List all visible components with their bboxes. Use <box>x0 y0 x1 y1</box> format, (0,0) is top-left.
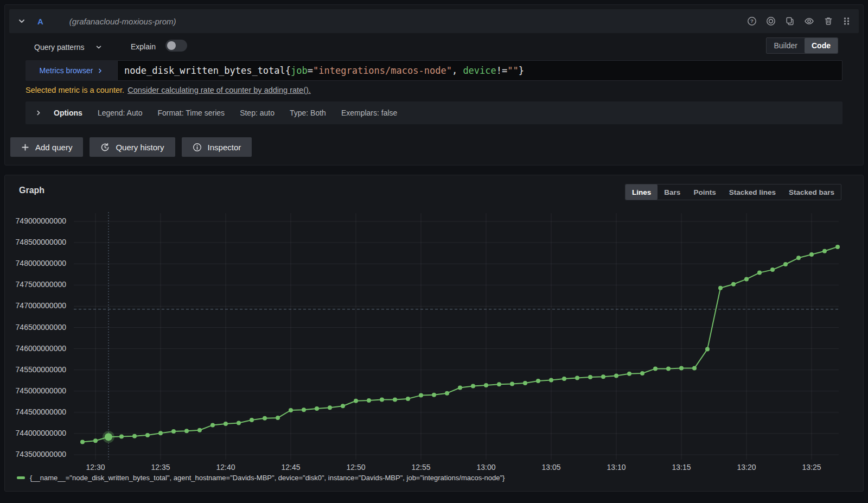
promql-token-string: "" <box>507 65 518 76</box>
data-point[interactable] <box>822 249 827 253</box>
data-point[interactable] <box>380 397 384 402</box>
data-point[interactable] <box>119 435 124 439</box>
data-point[interactable] <box>614 374 618 378</box>
chevron-down-icon[interactable] <box>18 17 25 25</box>
data-point[interactable] <box>731 282 736 286</box>
legend-series-label: {__name__="node_disk_written_bytes_total… <box>30 474 505 482</box>
data-point[interactable] <box>536 379 540 383</box>
x-tick-label: 13:15 <box>659 463 704 472</box>
data-point[interactable] <box>393 397 397 402</box>
metrics-browser-button[interactable]: Metrics browser <box>25 60 117 81</box>
data-point[interactable] <box>93 438 98 443</box>
promql-token-plain: != <box>496 65 507 76</box>
x-tick-label: 12:55 <box>398 463 444 472</box>
data-point[interactable] <box>562 377 566 381</box>
data-point[interactable] <box>666 366 671 371</box>
data-point[interactable] <box>640 371 644 375</box>
data-point[interactable] <box>419 393 423 398</box>
help-icon[interactable]: ? <box>747 16 757 26</box>
series-legend[interactable]: {__name__="node_disk_written_bytes_total… <box>17 474 505 482</box>
data-point[interactable] <box>601 374 605 379</box>
eye-icon[interactable] <box>804 16 814 26</box>
data-point[interactable] <box>276 416 280 420</box>
promql-query-input[interactable]: node_disk_written_bytes_total{job="integ… <box>117 60 843 81</box>
data-point[interactable] <box>549 378 553 383</box>
data-point[interactable] <box>315 406 319 411</box>
data-point[interactable] <box>458 386 462 390</box>
data-point[interactable] <box>783 262 788 266</box>
data-point[interactable] <box>692 366 697 371</box>
data-point[interactable] <box>250 418 254 422</box>
query-row-header[interactable]: A (grafanacloud-moxious-prom) ? <box>9 9 859 33</box>
data-point[interactable] <box>679 366 684 371</box>
data-point[interactable] <box>289 408 293 412</box>
data-point[interactable] <box>367 398 371 403</box>
data-point[interactable] <box>210 423 215 427</box>
data-point[interactable] <box>809 252 814 257</box>
y-tick-label: 749000000000 <box>10 217 66 225</box>
data-point[interactable] <box>158 431 163 435</box>
trash-icon[interactable] <box>824 16 833 26</box>
promql-token-string: "integrations/macos-node" <box>313 65 452 76</box>
data-point[interactable] <box>354 399 358 403</box>
copy-icon[interactable] <box>785 16 795 26</box>
query-patterns-dropdown[interactable]: Query patterns <box>34 41 102 54</box>
data-point[interactable] <box>484 383 488 387</box>
data-point[interactable] <box>184 429 189 433</box>
data-point[interactable] <box>145 433 150 437</box>
data-point[interactable] <box>237 421 241 425</box>
add-rate-link[interactable]: Consider calculating rate of counter by … <box>127 86 311 94</box>
data-point[interactable] <box>171 429 176 434</box>
y-tick-label: 748500000000 <box>10 238 66 246</box>
record-circle-icon[interactable] <box>766 16 776 26</box>
builder-mode-button[interactable]: Builder <box>767 38 805 53</box>
data-point[interactable] <box>432 393 436 397</box>
data-point[interactable] <box>718 286 723 290</box>
data-point[interactable] <box>510 382 514 386</box>
data-point[interactable] <box>744 277 749 281</box>
query-history-button[interactable]: Query history <box>90 137 175 157</box>
drag-handle-icon[interactable] <box>843 16 850 26</box>
mode-button-points[interactable]: Points <box>687 184 722 200</box>
y-tick-label: 744000000000 <box>10 429 66 437</box>
data-point[interactable] <box>796 256 801 260</box>
legend-color-swatch <box>17 476 25 479</box>
mode-button-stacked-lines[interactable]: Stacked lines <box>723 184 782 200</box>
data-point[interactable] <box>770 268 775 272</box>
explain-toggle[interactable] <box>165 40 187 52</box>
code-mode-button[interactable]: Code <box>805 38 838 53</box>
promql-token-label: job <box>291 65 308 76</box>
hovered-data-point[interactable] <box>105 433 112 441</box>
options-collapsed-row[interactable]: Options Legend: Auto Format: Time series… <box>25 101 843 124</box>
data-point[interactable] <box>497 382 501 386</box>
mode-button-bars[interactable]: Bars <box>658 184 687 200</box>
inspector-label: Inspector <box>208 143 241 152</box>
data-point[interactable] <box>406 397 410 401</box>
data-point[interactable] <box>705 347 710 351</box>
query-history-label: Query history <box>116 143 164 152</box>
query-editor-panel: A (grafanacloud-moxious-prom) ? Q <box>4 4 864 165</box>
data-point[interactable] <box>471 384 475 388</box>
data-point[interactable] <box>523 381 527 385</box>
data-point[interactable] <box>302 408 306 412</box>
data-point[interactable] <box>653 366 658 371</box>
data-point[interactable] <box>757 271 762 275</box>
data-point[interactable] <box>575 376 579 380</box>
data-point[interactable] <box>197 428 202 432</box>
data-point[interactable] <box>263 416 267 421</box>
data-point[interactable] <box>627 372 631 376</box>
promql-token-label: device <box>463 65 496 76</box>
add-query-button[interactable]: Add query <box>10 137 83 157</box>
data-point[interactable] <box>132 434 137 438</box>
data-point[interactable] <box>588 375 592 379</box>
data-point[interactable] <box>224 422 228 426</box>
mode-button-stacked-bars[interactable]: Stacked bars <box>782 184 841 200</box>
data-point[interactable] <box>80 440 85 444</box>
mode-button-lines[interactable]: Lines <box>626 184 658 200</box>
data-point[interactable] <box>328 405 332 410</box>
data-point[interactable] <box>835 245 840 249</box>
inspector-button[interactable]: Inspector <box>182 137 252 157</box>
data-point[interactable] <box>341 404 345 408</box>
data-point[interactable] <box>445 391 449 396</box>
chart-canvas[interactable] <box>5 175 864 492</box>
